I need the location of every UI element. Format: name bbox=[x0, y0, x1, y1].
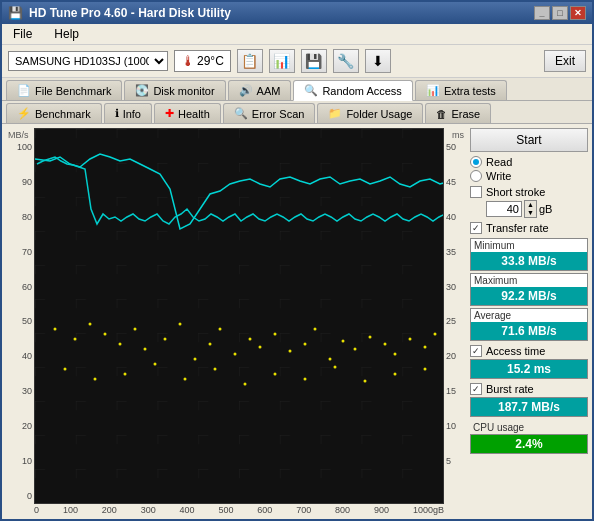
tab-erase[interactable]: 🗑 Erase bbox=[425, 103, 491, 123]
checkbox-burst-rate[interactable]: ✓ Burst rate bbox=[470, 383, 588, 395]
toolbar-btn-3[interactable]: 💾 bbox=[301, 49, 327, 73]
svg-point-3 bbox=[89, 323, 92, 326]
svg-point-23 bbox=[369, 336, 372, 339]
y-axis-right: 50 45 40 35 30 25 20 15 10 5 bbox=[444, 128, 466, 515]
svg-point-2 bbox=[74, 338, 77, 341]
checkbox-access-time[interactable]: ✓ Access time bbox=[470, 345, 588, 357]
temperature-display: 🌡 29°C bbox=[174, 50, 231, 72]
thermometer-icon: 🌡 bbox=[181, 53, 195, 69]
minimize-button[interactable]: _ bbox=[534, 6, 550, 20]
svg-point-6 bbox=[134, 328, 137, 331]
svg-point-57 bbox=[424, 368, 427, 371]
transfer-rate-checkbox[interactable]: ✓ bbox=[470, 222, 482, 234]
cpu-usage-section: CPU usage 2.4% bbox=[470, 421, 588, 454]
svg-point-7 bbox=[144, 348, 147, 351]
toolbar-btn-2[interactable]: 📊 bbox=[269, 49, 295, 73]
spin-down-button[interactable]: ▼ bbox=[525, 209, 536, 217]
svg-point-16 bbox=[274, 333, 277, 336]
svg-point-24 bbox=[384, 343, 387, 346]
chart-svg bbox=[34, 128, 444, 504]
transfer-rate-section: ✓ Transfer rate bbox=[470, 222, 588, 234]
access-time-checkbox[interactable]: ✓ bbox=[470, 345, 482, 357]
x-axis-labels: 0 100 200 300 400 500 600 700 800 900 10… bbox=[34, 505, 444, 515]
radio-read[interactable]: Read bbox=[470, 156, 588, 168]
benchmark-icon: ⚡ bbox=[17, 107, 31, 120]
tab-aam[interactable]: 🔊 AAM bbox=[228, 80, 292, 100]
menu-help[interactable]: Help bbox=[51, 26, 82, 42]
tab-extra-tests[interactable]: 📊 Extra tests bbox=[415, 80, 507, 100]
maximum-value: 92.2 MB/s bbox=[471, 287, 587, 305]
menu-file[interactable]: File bbox=[10, 26, 35, 42]
access-time-label: Access time bbox=[486, 345, 545, 357]
tab-benchmark[interactable]: ⚡ Benchmark bbox=[6, 103, 102, 123]
toolbar-btn-1[interactable]: 📋 bbox=[237, 49, 263, 73]
menu-bar: File Help bbox=[2, 24, 592, 45]
checkbox-transfer-rate[interactable]: ✓ Transfer rate bbox=[470, 222, 588, 234]
svg-point-1 bbox=[54, 328, 57, 331]
burst-rate-section: ✓ Burst rate 187.7 MB/s bbox=[470, 383, 588, 417]
tab-folder-usage[interactable]: 📁 Folder Usage bbox=[317, 103, 423, 123]
maximize-button[interactable]: □ bbox=[552, 6, 568, 20]
folder-usage-icon: 📁 bbox=[328, 107, 342, 120]
drive-select[interactable]: SAMSUNG HD103SJ (1000 gB) bbox=[8, 51, 168, 71]
svg-point-27 bbox=[424, 346, 427, 349]
y-axis-right-unit: ms bbox=[452, 130, 464, 140]
stroke-spinner[interactable]: ▲ ▼ bbox=[524, 200, 537, 218]
access-time-stat: 15.2 ms bbox=[470, 359, 588, 379]
toolbar-btn-5[interactable]: ⬇ bbox=[365, 49, 391, 73]
health-icon: ✚ bbox=[165, 107, 174, 120]
close-button[interactable]: ✕ bbox=[570, 6, 586, 20]
stroke-value-input[interactable] bbox=[486, 201, 522, 217]
stroke-input-row: ▲ ▼ gB bbox=[486, 200, 588, 218]
spin-up-button[interactable]: ▲ bbox=[525, 201, 536, 209]
exit-button[interactable]: Exit bbox=[544, 50, 586, 72]
svg-point-28 bbox=[434, 333, 437, 336]
minimum-label: Minimum bbox=[471, 239, 587, 252]
radio-read-label: Read bbox=[486, 156, 512, 168]
stats-section: Minimum 33.8 MB/s Maximum 92.2 MB/s Aver… bbox=[470, 238, 588, 341]
burst-rate-label: Burst rate bbox=[486, 383, 534, 395]
cpu-usage-stat: 2.4% bbox=[470, 434, 588, 454]
svg-point-20 bbox=[329, 358, 332, 361]
random-access-icon: 🔍 bbox=[304, 84, 318, 97]
aam-icon: 🔊 bbox=[239, 84, 253, 97]
y-axis-left-unit: MB/s bbox=[8, 130, 29, 140]
svg-point-55 bbox=[364, 380, 367, 383]
svg-point-18 bbox=[304, 343, 307, 346]
average-label: Average bbox=[471, 309, 587, 322]
access-time-value: 15.2 ms bbox=[471, 360, 587, 378]
svg-point-48 bbox=[154, 363, 157, 366]
access-time-section: ✓ Access time 15.2 ms bbox=[470, 345, 588, 379]
tab-info[interactable]: ℹ Info bbox=[104, 103, 152, 123]
svg-point-11 bbox=[209, 343, 212, 346]
short-stroke-checkbox[interactable] bbox=[470, 186, 482, 198]
tab-disk-monitor[interactable]: 💽 Disk monitor bbox=[124, 80, 225, 100]
tab-error-scan[interactable]: 🔍 Error Scan bbox=[223, 103, 316, 123]
error-scan-icon: 🔍 bbox=[234, 107, 248, 120]
maximum-stat: Maximum 92.2 MB/s bbox=[470, 273, 588, 306]
svg-point-4 bbox=[104, 333, 107, 336]
radio-write[interactable]: Write bbox=[470, 170, 588, 182]
tab-file-benchmark[interactable]: 📄 File Benchmark bbox=[6, 80, 122, 100]
y-axis-left: 100 90 80 70 60 50 40 30 20 10 0 bbox=[6, 128, 34, 515]
toolbar-btn-4[interactable]: 🔧 bbox=[333, 49, 359, 73]
info-icon: ℹ bbox=[115, 107, 119, 120]
tab-random-access[interactable]: 🔍 Random Access bbox=[293, 80, 412, 101]
svg-point-10 bbox=[194, 358, 197, 361]
toolbar: SAMSUNG HD103SJ (1000 gB) 🌡 29°C 📋 📊 💾 🔧… bbox=[2, 45, 592, 78]
minimum-value: 33.8 MB/s bbox=[471, 252, 587, 270]
radio-write-dot bbox=[470, 170, 482, 182]
app-icon: 💾 bbox=[8, 6, 23, 20]
short-stroke-section: Short stroke ▲ ▼ gB bbox=[470, 186, 588, 218]
svg-point-45 bbox=[64, 368, 67, 371]
start-button[interactable]: Start bbox=[470, 128, 588, 152]
burst-rate-value: 187.7 MB/s bbox=[471, 398, 587, 416]
svg-point-50 bbox=[214, 368, 217, 371]
radio-write-label: Write bbox=[486, 170, 511, 182]
tab-health[interactable]: ✚ Health bbox=[154, 103, 221, 123]
burst-rate-checkbox[interactable]: ✓ bbox=[470, 383, 482, 395]
checkbox-short-stroke[interactable]: Short stroke bbox=[470, 186, 588, 198]
svg-point-54 bbox=[334, 366, 337, 369]
short-stroke-label: Short stroke bbox=[486, 186, 545, 198]
svg-point-19 bbox=[314, 328, 317, 331]
